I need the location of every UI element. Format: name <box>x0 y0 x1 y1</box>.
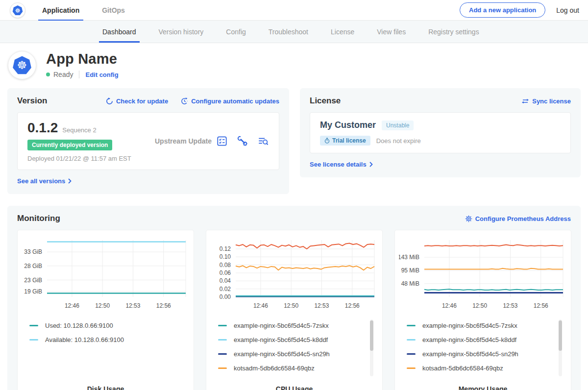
svg-text:0.08: 0.08 <box>220 262 231 268</box>
disk-usage-chart-card: 19 GiB23 GiB28 GiB33 GiB12:4612:5012:531… <box>17 230 194 390</box>
svg-text:19 GiB: 19 GiB <box>24 288 42 295</box>
svg-text:48 MiB: 48 MiB <box>401 280 419 287</box>
gear-icon <box>465 215 472 222</box>
legend-scrollbar[interactable] <box>559 319 562 376</box>
chart-title: CPU Usage <box>210 385 378 390</box>
svg-text:12:50: 12:50 <box>284 302 298 309</box>
sync-license-link[interactable]: Sync license <box>521 98 571 105</box>
legend-color-dash <box>407 367 416 369</box>
svg-text:12:53: 12:53 <box>314 302 329 309</box>
chart-legend: example-nginx-5bc6f5d4c5-7zskxexample-ng… <box>218 318 378 378</box>
preflight-checks-icon[interactable] <box>216 135 228 147</box>
legend-item: kotsadm-5db6dc6584-69qbz <box>218 361 378 375</box>
stopwatch-icon <box>324 138 330 144</box>
configure-automatic-updates-link[interactable]: Configure automatic updates <box>181 98 279 105</box>
chart-title: Memory Usage <box>399 385 567 390</box>
svg-text:12:46: 12:46 <box>65 302 79 309</box>
tab-license[interactable]: License <box>319 21 366 43</box>
svg-text:12:56: 12:56 <box>534 302 548 309</box>
ready-status-dot <box>46 73 50 76</box>
app-name-title: App Name <box>46 51 119 67</box>
configure-prometheus-link[interactable]: Configure Prometheus Address <box>465 215 571 222</box>
memory-usage-plot: 48 MiB95 MiB143 MiB12:4612:5012:5312:56 <box>399 235 568 312</box>
svg-text:0.04: 0.04 <box>220 277 231 284</box>
legend-color-dash <box>407 325 416 326</box>
charts-row: 19 GiB23 GiB28 GiB33 GiB12:4612:5012:531… <box>17 230 571 390</box>
license-card: License Sync license My Customer Unstabl… <box>300 88 581 177</box>
config-wrench-icon[interactable] <box>237 135 248 147</box>
legend-item: example-nginx-5bc6f5d4c5-sn29h <box>218 347 378 361</box>
tab-dashboard[interactable]: Dashboard <box>91 21 147 43</box>
see-license-details-link[interactable]: See license details <box>310 161 373 168</box>
legend-label: example-nginx-5bc6f5d4c5-k8ddf <box>234 336 328 343</box>
legend-scrollbar[interactable] <box>370 319 373 376</box>
legend-color-dash <box>218 325 227 326</box>
legend-color-dash <box>218 339 227 341</box>
legend-scrollbar-thumb[interactable] <box>559 320 562 351</box>
svg-text:143 MiB: 143 MiB <box>399 254 419 261</box>
version-number: 0.1.2 <box>27 120 58 136</box>
see-all-versions-link[interactable]: See all versions <box>17 177 72 185</box>
trial-license-badge: Trial license <box>320 136 370 146</box>
top-navbar: ☸ ApplicationGitOps Add a new applicatio… <box>0 0 588 21</box>
legend-item: example-nginx-5bc6f5d4c5-7zskx <box>218 318 378 333</box>
svg-text:0.10: 0.10 <box>220 253 231 260</box>
app-status-text: Ready <box>53 71 73 78</box>
logout-button[interactable]: Log out <box>556 6 579 14</box>
chevron-right-icon <box>369 162 373 167</box>
svg-text:23 GiB: 23 GiB <box>24 277 42 284</box>
legend-item: example-nginx-5bc6f5d4c5-k8ddf <box>218 333 378 347</box>
app-header: ☸ App Name Ready Edit config <box>0 43 588 86</box>
tab-version-history[interactable]: Version history <box>147 21 215 43</box>
kubernetes-logo-icon: ☸ <box>10 2 25 18</box>
svg-text:0.00: 0.00 <box>220 293 231 300</box>
add-application-button[interactable]: Add a new application <box>460 2 545 18</box>
tab-config[interactable]: Config <box>215 21 257 43</box>
topnav-items: ApplicationGitOps <box>41 0 147 21</box>
customer-name: My Customer <box>320 120 376 130</box>
cpu-usage-chart-card: 0.000.020.040.060.080.100.1212:4612:5012… <box>206 230 383 390</box>
svg-text:0.06: 0.06 <box>220 269 231 276</box>
legend-color-dash <box>407 339 416 341</box>
schedule-update-icon <box>181 98 188 105</box>
svg-text:12:46: 12:46 <box>253 302 268 309</box>
svg-text:12:50: 12:50 <box>95 302 110 309</box>
divider <box>79 71 79 78</box>
tab-troubleshoot[interactable]: Troubleshoot <box>257 21 319 43</box>
deployed-timestamp: Deployed 01/21/22 @ 11:57 am EST <box>27 155 155 162</box>
legend-label: example-nginx-5bc6f5d4c5-k8ddf <box>422 336 516 343</box>
legend-label: Used: 10.128.0.66:9100 <box>45 322 113 329</box>
legend-item: Used: 10.128.0.66:9100 <box>29 318 190 333</box>
license-card-title: License <box>310 96 341 106</box>
chart-legend: example-nginx-5bc6f5d4c5-7zskxexample-ng… <box>407 318 567 378</box>
edit-config-link[interactable]: Edit config <box>85 71 118 78</box>
chart-legend: Used: 10.128.0.66:9100Available: 10.128.… <box>29 318 190 378</box>
legend-color-dash <box>218 367 227 369</box>
legend-item: example-nginx-5bc6f5d4c5-k8ddf <box>407 333 567 347</box>
topnav-item-gitops[interactable]: GitOps <box>101 0 126 21</box>
legend-item: kotsadm-5db6dc6584-69qbz <box>407 361 567 375</box>
legend-item: example-nginx-5bc6f5d4c5-7zskx <box>407 318 567 333</box>
deployed-version-badge: Currently deployed version <box>27 140 112 150</box>
svg-text:0.12: 0.12 <box>220 245 231 252</box>
tab-view-files[interactable]: View files <box>366 21 417 43</box>
legend-item: Available: 10.128.0.66:9100 <box>29 333 190 347</box>
legend-label: kotsadm-5db6dc6584-69qbz <box>422 365 503 372</box>
legend-scrollbar-thumb[interactable] <box>370 320 373 351</box>
legend-label: kotsadm-5db6dc6584-69qbz <box>234 365 315 372</box>
svg-text:12:53: 12:53 <box>125 302 140 309</box>
legend-color-dash <box>407 353 416 355</box>
legend-color-dash <box>29 339 38 341</box>
view-files-search-icon[interactable] <box>257 135 269 147</box>
topnav-item-application[interactable]: Application <box>41 0 80 21</box>
legend-label: Available: 10.128.0.66:9100 <box>45 336 124 343</box>
legend-label: example-nginx-5bc6f5d4c5-7zskx <box>422 322 517 329</box>
check-for-update-link[interactable]: Check for update <box>106 98 168 105</box>
svg-text:28 GiB: 28 GiB <box>24 263 42 269</box>
svg-text:12:53: 12:53 <box>503 302 517 309</box>
legend-color-dash <box>29 325 38 326</box>
tab-registry-settings[interactable]: Registry settings <box>417 21 490 43</box>
refresh-icon <box>106 98 113 105</box>
svg-text:12:46: 12:46 <box>442 302 457 309</box>
svg-text:12:50: 12:50 <box>472 302 487 309</box>
